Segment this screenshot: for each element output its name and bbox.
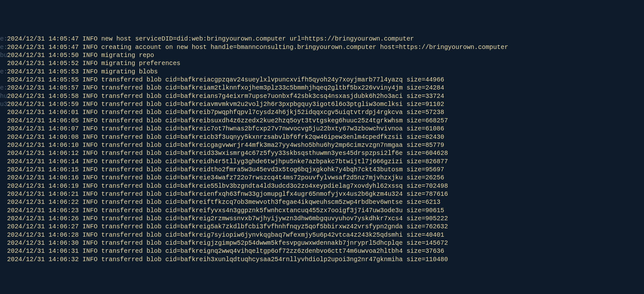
gutter-fragment: u3	[0, 100, 7, 109]
log-text: 2024/12/31 14:05:47 INFO creating accoun…	[7, 44, 508, 51]
log-line: bu2024/12/31 14:05:50 INFO migrating rep…	[0, 52, 644, 60]
log-line: 2024/12/31 14:06:12 INFO transferred blo…	[0, 149, 644, 157]
log-text: 2024/12/31 14:06:05 INFO transferred blo…	[7, 117, 448, 124]
log-text: 2024/12/31 14:06:14 INFO transferred blo…	[7, 158, 448, 165]
log-text: 2024/12/31 14:05:58 INFO transferred blo…	[7, 93, 444, 100]
log-line: 2024/12/31 14:06:07 INFO transferred blo…	[0, 125, 644, 133]
log-text: 2024/12/31 14:06:21 INFO transferred blo…	[7, 191, 448, 198]
log-text: 2024/12/31 14:06:12 INFO transferred blo…	[7, 150, 448, 157]
log-text: 2024/12/31 14:06:10 INFO transferred blo…	[7, 142, 444, 149]
log-line: 2024/12/31 14:06:32 INFO transferred blo…	[0, 256, 644, 264]
log-line: 2024/12/31 14:06:16 INFO transferred blo…	[0, 174, 644, 182]
gutter-fragment: e:	[0, 84, 7, 92]
log-line: e:2024/12/31 14:05:47 INFO creating acco…	[0, 43, 644, 52]
log-line: 2024/12/31 14:05:52 INFO migrating prefe…	[0, 60, 644, 68]
log-line: hu2024/12/31 14:05:58 INFO transferred b…	[0, 92, 644, 100]
gutter-fragment: e:	[0, 35, 7, 43]
log-text: 2024/12/31 14:05:53 INFO migrating blobs	[7, 68, 158, 75]
log-line: 2024/12/31 14:06:23 INFO transferred blo…	[0, 207, 644, 215]
log-text: 2024/12/31 14:05:52 INFO migrating prefe…	[7, 60, 180, 67]
terminal-output: e:2024/12/31 14:05:47 INFO new host serv…	[0, 35, 644, 264]
log-text: 2024/12/31 14:06:23 INFO transferred blo…	[7, 207, 444, 214]
log-line: 2024/12/31 14:06:22 INFO transferred blo…	[0, 198, 644, 206]
log-line: e:2024/12/31 14:05:57 INFO transferred b…	[0, 84, 644, 92]
log-text: 2024/12/31 14:05:57 INFO transferred blo…	[7, 84, 444, 91]
gutter-fragment: e:	[0, 68, 7, 76]
log-line: u32024/12/31 14:05:59 INFO transferred b…	[0, 100, 644, 109]
log-line: 2024/12/31 14:06:10 INFO transferred blo…	[0, 141, 644, 149]
log-text: 2024/12/31 14:06:22 INFO transferred blo…	[7, 199, 440, 206]
log-text: 2024/12/31 14:06:31 INFO transferred blo…	[7, 248, 444, 255]
log-line: 2024/12/31 14:06:08 INFO transferred blo…	[0, 133, 644, 141]
log-text: 2024/12/31 14:06:08 INFO transferred blo…	[7, 134, 444, 141]
log-text: 2024/12/31 14:06:26 INFO transferred blo…	[7, 215, 448, 222]
log-line: 2024/12/31 14:06:19 INFO transferred blo…	[0, 182, 644, 190]
log-text: 2024/12/31 14:06:07 INFO transferred blo…	[7, 125, 444, 132]
log-text: 2024/12/31 14:06:30 INFO transferred blo…	[7, 240, 448, 247]
gutter-fragment: e:	[0, 43, 7, 52]
gutter-fragment: bu	[0, 52, 7, 60]
log-line: 2024/12/31 14:06:21 INFO transferred blo…	[0, 190, 644, 198]
log-line: 2024/12/31 14:05:55 INFO transferred blo…	[0, 76, 644, 84]
gutter-fragment: hu	[0, 92, 7, 100]
log-text: 2024/12/31 14:06:16 INFO transferred blo…	[7, 174, 444, 181]
log-line: 2024/12/31 14:06:14 INFO transferred blo…	[0, 158, 644, 166]
log-line: 2024/12/31 14:06:05 INFO transferred blo…	[0, 117, 644, 125]
log-text: 2024/12/31 14:05:47 INFO new host servic…	[7, 35, 414, 43]
log-text: 2024/12/31 14:05:55 INFO transferred blo…	[7, 76, 444, 83]
log-text: 2024/12/31 14:06:27 INFO transferred blo…	[7, 223, 448, 230]
log-text: 2024/12/31 14:06:01 INFO transferred blo…	[7, 109, 444, 116]
log-line: 2024/12/31 14:06:30 INFO transferred blo…	[0, 239, 644, 247]
log-line: e:2024/12/31 14:05:47 INFO new host serv…	[0, 35, 644, 43]
log-text: 2024/12/31 14:06:28 INFO transferred blo…	[7, 232, 444, 239]
log-line: e:2024/12/31 14:05:53 INFO migrating blo…	[0, 68, 644, 76]
log-text: 2024/12/31 14:05:50 INFO migrating repo	[7, 52, 154, 59]
log-text: 2024/12/31 14:06:15 INFO transferred blo…	[7, 166, 444, 173]
log-line: 2024/12/31 14:06:27 INFO transferred blo…	[0, 223, 644, 231]
log-line: 2024/12/31 14:06:01 INFO transferred blo…	[0, 109, 644, 117]
gutter-fragment	[0, 109, 7, 117]
log-text: 2024/12/31 14:05:59 INFO transferred blo…	[7, 101, 444, 108]
log-line: 2024/12/31 14:06:15 INFO transferred blo…	[0, 166, 644, 174]
log-line: 2024/12/31 14:06:28 INFO transferred blo…	[0, 231, 644, 239]
log-line: 2024/12/31 14:06:26 INFO transferred blo…	[0, 215, 644, 223]
log-line: 2024/12/31 14:06:31 INFO transferred blo…	[0, 247, 644, 255]
log-text: 2024/12/31 14:06:19 INFO transferred blo…	[7, 183, 448, 190]
log-text: 2024/12/31 14:06:32 INFO transferred blo…	[7, 256, 448, 263]
